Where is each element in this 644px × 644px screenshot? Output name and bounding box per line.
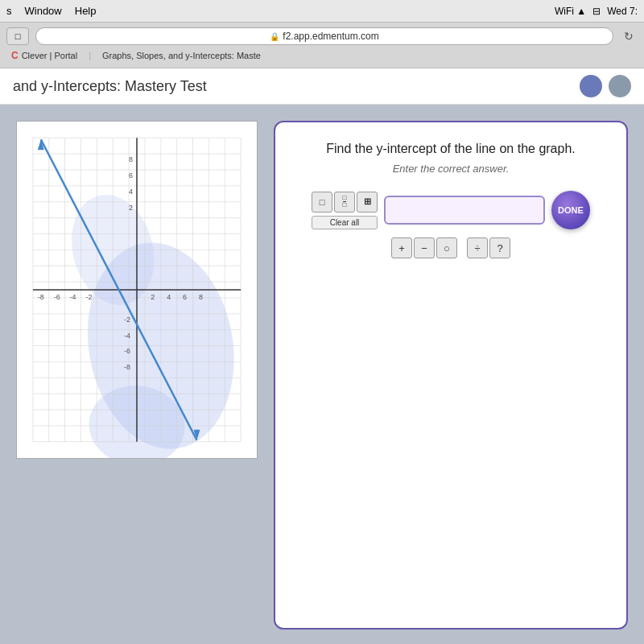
menu-items: s Window Help <box>6 5 97 17</box>
reload-button[interactable]: ↻ <box>620 27 638 45</box>
menu-item-window[interactable]: Window <box>25 5 62 17</box>
page-title-bar: and y-Intercepts: Mastery Test <box>0 68 644 105</box>
circle-button[interactable]: ○ <box>436 237 457 258</box>
svg-text:8: 8 <box>129 155 133 163</box>
svg-text:-8: -8 <box>124 363 130 371</box>
svg-text:2: 2 <box>129 204 133 212</box>
tab-edmentum-label: Graphs, Slopes, and y-Intercepts: Maste <box>102 51 261 60</box>
svg-text:2: 2 <box>151 293 155 301</box>
svg-text:-4: -4 <box>124 332 130 340</box>
battery-icon: ⊟ <box>592 6 601 17</box>
svg-text:6: 6 <box>183 293 187 301</box>
done-button[interactable]: DONE <box>551 191 590 229</box>
nav-circle-gray[interactable] <box>609 75 631 97</box>
tab-clever[interactable]: C Clever | Portal <box>6 48 82 63</box>
svg-text:8: 8 <box>199 293 203 301</box>
minus-button[interactable]: − <box>414 237 435 258</box>
divide-button[interactable]: ÷ <box>467 237 488 258</box>
format-btn-2[interactable]: □ □ <box>334 192 355 213</box>
main-content: -8 -6 -4 -2 2 4 6 8 8 6 4 2 -2 -4 -6 -8 <box>0 105 644 644</box>
clever-logo: C <box>11 50 19 61</box>
question-panel: Find the y-intercept of the line on the … <box>274 121 628 630</box>
question-text: Find the y-intercept of the line on the … <box>326 142 576 156</box>
menubar-right: WiFi ▲ ⊟ Wed 7: <box>555 6 638 17</box>
nav-circle-blue[interactable] <box>580 75 602 97</box>
math-btns-row: + − ○ ÷ ? <box>391 237 510 258</box>
svg-text:-2: -2 <box>124 316 130 324</box>
page-title-circles <box>580 75 631 97</box>
clear-all-button[interactable]: Clear all <box>312 216 378 229</box>
back-button[interactable]: □ <box>6 27 29 45</box>
address-bar[interactable]: 🔒 f2.app.edmentum.com <box>35 27 613 45</box>
svg-text:-8: -8 <box>38 293 44 301</box>
clock: Wed 7: <box>607 6 638 17</box>
url-text: f2.app.edmentum.com <box>283 31 378 42</box>
format-btn-1[interactable]: □ <box>312 192 332 213</box>
svg-text:4: 4 <box>129 188 133 196</box>
tab-divider: | <box>89 51 91 60</box>
math-group-2: ÷ ? <box>467 237 510 258</box>
tab-clever-label: Clever | Portal <box>22 51 78 60</box>
graph-svg: -8 -6 -4 -2 2 4 6 8 8 6 4 2 -2 -4 -6 -8 <box>17 122 257 458</box>
format-buttons: □ □ □ ⊞ Clear all <box>312 192 378 229</box>
svg-text:4: 4 <box>167 293 171 301</box>
math-group-1: + − ○ <box>391 237 457 258</box>
svg-text:-6: -6 <box>124 347 130 355</box>
svg-text:-4: -4 <box>70 293 76 301</box>
lock-icon: 🔒 <box>270 32 279 41</box>
svg-text:-2: -2 <box>85 293 92 301</box>
browser-toolbar: □ 🔒 f2.app.edmentum.com ↻ <box>6 27 638 45</box>
tab-edmentum[interactable]: Graphs, Slopes, and y-Intercepts: Maste <box>97 49 266 62</box>
svg-text:6: 6 <box>129 171 133 180</box>
menu-item-s[interactable]: s <box>6 5 12 17</box>
input-area: □ □ □ ⊞ Clear all <box>291 191 610 258</box>
menu-item-help[interactable]: Help <box>75 5 97 17</box>
wifi-icon: WiFi ▲ <box>555 6 586 17</box>
format-btn-3[interactable]: ⊞ <box>357 192 378 213</box>
answer-input[interactable] <box>384 196 545 225</box>
page-title: and y-Intercepts: Mastery Test <box>13 78 207 95</box>
menu-bar: s Window Help WiFi ▲ ⊟ Wed 7: <box>0 0 644 23</box>
tabs-bar: C Clever | Portal | Graphs, Slopes, and … <box>6 48 638 63</box>
input-row: □ □ □ ⊞ Clear all <box>291 191 610 229</box>
format-btn-row: □ □ □ ⊞ <box>312 192 378 213</box>
svg-text:-6: -6 <box>54 293 60 301</box>
question-subtitle: Enter the correct answer. <box>393 163 510 175</box>
plus-button[interactable]: + <box>391 237 412 258</box>
graph-panel: -8 -6 -4 -2 2 4 6 8 8 6 4 2 -2 -4 -6 -8 <box>16 121 258 459</box>
question-button[interactable]: ? <box>489 237 510 258</box>
browser-chrome: □ 🔒 f2.app.edmentum.com ↻ C Clever | Por… <box>0 23 644 68</box>
